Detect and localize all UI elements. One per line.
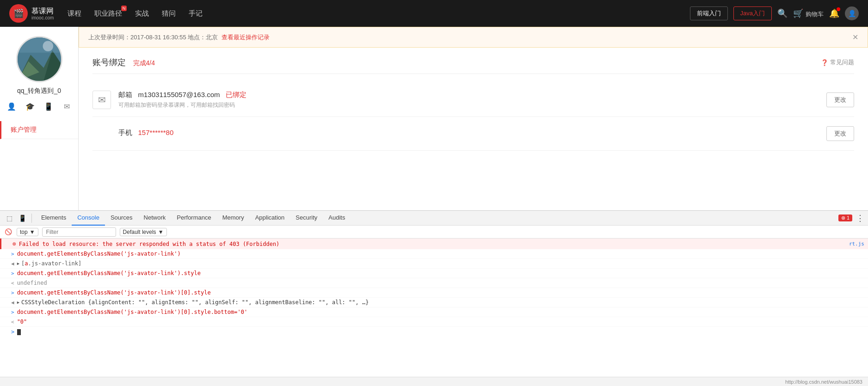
phone-icon: [92, 124, 111, 143]
nav-link-notes[interactable]: 手记: [189, 9, 203, 18]
right-content: 上次登录时间：2017-08-31 16:30:55 地点：北京 查看最近操作记…: [79, 27, 868, 210]
logo-text-block: 慕课网 imooc.com: [31, 6, 54, 20]
question-icon: ❓: [821, 59, 828, 66]
email-desc: 可用邮箱加密码登录慕课网，可用邮箱找回密码: [118, 101, 826, 109]
phone-info: 手机 157******80: [118, 129, 826, 139]
frontend-btn[interactable]: 前端入门: [690, 6, 728, 20]
graduation-icon[interactable]: 🎓: [25, 101, 36, 112]
nav-right: 前端入门 Java入门 🔍 🛒 购物车 🔔 👤: [690, 6, 859, 20]
sidebar: qq_转角遇到_0 👤 🎓 📱 ✉ 账户管理: [0, 27, 79, 210]
email-change-btn[interactable]: 更改: [826, 92, 854, 107]
search-icon[interactable]: 🔍: [777, 8, 788, 18]
notification-icon[interactable]: 🔔: [829, 8, 839, 18]
section-title-block: 账号绑定 完成4/4: [92, 57, 155, 68]
avatar-nav-icon[interactable]: 👤: [845, 6, 859, 20]
logo-site-name: 慕课网: [31, 6, 54, 15]
nav-link-questions[interactable]: 猜问: [162, 9, 176, 18]
cart-label: 购物车: [806, 11, 824, 18]
logo-domain: imooc.com: [31, 15, 54, 20]
cart-icon[interactable]: 🛒 购物车: [793, 8, 824, 18]
mail-icon[interactable]: ✉: [62, 101, 73, 112]
account-section: 账号绑定 完成4/4 ❓ 常见问题 ✉ 邮箱 m13031155057@163.…: [79, 48, 868, 160]
alert-text: 上次登录时间：2017-08-31 16:30:55 地点：北京 查看最近操作记…: [88, 33, 270, 42]
section-header: 账号绑定 完成4/4 ❓ 常见问题: [92, 57, 854, 74]
nav-logo[interactable]: 🎬 慕课网 imooc.com: [9, 4, 54, 23]
help-link[interactable]: ❓ 常见问题: [821, 58, 854, 67]
svg-point-5: [43, 41, 53, 52]
email-title: 邮箱 m13031155057@163.com 已绑定: [118, 91, 826, 99]
sidebar-icon-row: 👤 🎓 📱 ✉: [6, 101, 73, 112]
avatar-container: [16, 36, 62, 82]
svg-rect-4: [18, 37, 61, 53]
nav-link-career[interactable]: 职业路径 N: [94, 9, 122, 18]
email-status: 已绑定: [226, 91, 246, 98]
progress-text: 完成4/4: [133, 59, 155, 67]
section-title: 账号绑定: [92, 58, 126, 67]
email-info: 邮箱 m13031155057@163.com 已绑定 可用邮箱加密码登录慕课网…: [118, 91, 826, 109]
logo-icon: 🎬: [9, 4, 28, 23]
notification-dot: [837, 7, 840, 11]
nav-link-practice[interactable]: 实战: [135, 9, 149, 18]
java-btn[interactable]: Java入门: [733, 6, 772, 20]
career-badge: N: [121, 6, 127, 11]
phone-change-btn[interactable]: 更改: [826, 126, 854, 141]
alert-close-btn[interactable]: ✕: [852, 33, 858, 42]
nav-link-courses[interactable]: 课程: [68, 9, 81, 18]
profile-icon[interactable]: 👤: [6, 101, 17, 112]
avatar-image: [18, 37, 61, 81]
sidebar-account-mgmt[interactable]: 账户管理: [0, 121, 78, 139]
username-display: qq_转角遇到_0: [17, 87, 61, 95]
alert-banner: 上次登录时间：2017-08-31 16:30:55 地点：北京 查看最近操作记…: [79, 27, 868, 48]
phone-number: 157******80: [138, 129, 174, 136]
nav-links: 课程 职业路径 N 实战 猜问 手记: [68, 9, 689, 18]
alert-link[interactable]: 查看最近操作记录: [222, 34, 270, 41]
main-content: qq_转角遇到_0 👤 🎓 📱 ✉ 账户管理 上次登录时间：2017-08-31…: [0, 27, 868, 210]
email-binding-item: ✉ 邮箱 m13031155057@163.com 已绑定 可用邮箱加密码登录慕…: [92, 83, 854, 117]
top-nav: 🎬 慕课网 imooc.com 课程 职业路径 N 实战 猜问 手记 前端入门 …: [0, 0, 868, 27]
mobile-icon[interactable]: 📱: [43, 101, 54, 112]
phone-binding-item: 手机 157******80 更改: [92, 117, 854, 151]
phone-title: 手机 157******80: [118, 129, 826, 137]
email-icon: ✉: [92, 91, 111, 109]
